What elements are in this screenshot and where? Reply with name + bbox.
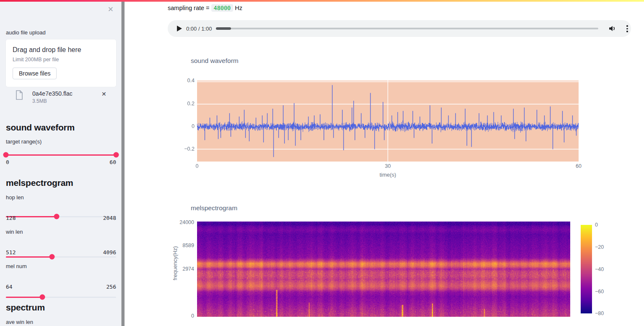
- slider-fill: [6, 154, 116, 156]
- hop-len-minmax: 128 2048: [6, 215, 116, 221]
- colorbar: [581, 225, 592, 313]
- uploader-label: audio file upload: [6, 29, 116, 36]
- target-range-label: target range(s): [6, 138, 116, 145]
- melspec-ytick: 0: [169, 313, 194, 319]
- main-content: sampling rate =48000Hz 0:00 / 1:00 sound…: [125, 0, 644, 326]
- slider-thumb-high[interactable]: [114, 152, 119, 158]
- slider-max: 60: [109, 159, 116, 165]
- section-title-spectrum: spectrum: [6, 303, 116, 313]
- slider-max: 2048: [103, 215, 116, 221]
- sampling-rate-value: 48000: [211, 4, 234, 12]
- player-seek-thumb[interactable]: [216, 27, 231, 30]
- colorbar-tick: −60: [595, 288, 604, 295]
- waveform-ytick: −0.2: [169, 146, 195, 152]
- ave-win-len-label: ave win len: [6, 319, 116, 325]
- colorbar-tick: −80: [595, 310, 604, 317]
- slider-thumb-low[interactable]: [3, 152, 9, 158]
- slider-max: 256: [106, 284, 116, 290]
- waveform-plot: [197, 81, 579, 162]
- target-range-minmax: 0 60: [6, 159, 116, 165]
- slider-min: 128: [6, 215, 16, 221]
- sidebar-close-icon[interactable]: ✕: [108, 5, 114, 14]
- browse-files-button[interactable]: Browse files: [13, 68, 57, 79]
- melspec-ytick: 8589: [169, 242, 194, 249]
- audio-player[interactable]: 0:00 / 1:00: [168, 20, 631, 37]
- sidebar: ✕ audio file upload Drag and drop file h…: [0, 0, 125, 326]
- play-icon[interactable]: [177, 26, 182, 31]
- more-options-icon[interactable]: [623, 25, 631, 32]
- colorbar-tick: 0: [595, 222, 598, 228]
- slider-fill: [6, 297, 42, 298]
- dropzone-title: Drag and drop file here: [13, 46, 109, 54]
- win-len-label: win len: [6, 229, 116, 235]
- hop-len-label: hop len: [6, 194, 116, 201]
- win-len-minmax: 512 4096: [6, 249, 116, 256]
- volume-icon[interactable]: [608, 25, 616, 32]
- colorbar-tick: −40: [595, 266, 604, 273]
- file-uploader-dropzone[interactable]: Drag and drop file here Limit 200MB per …: [6, 39, 116, 87]
- uploaded-file-name: 0a4e7e350.flac: [32, 90, 73, 97]
- melspec-ytick: 2974: [169, 266, 194, 272]
- sampling-rate-line: sampling rate =48000Hz: [168, 5, 242, 11]
- uploaded-file-row: 0a4e7e350.flac 3.5MB ✕: [6, 90, 116, 107]
- file-icon: [15, 90, 23, 100]
- sidebar-scrollbar[interactable]: [121, 0, 125, 326]
- player-time: 0:00 / 1:00: [186, 26, 212, 32]
- melspectrogram-chart-title: melspectrogram: [191, 204, 237, 212]
- target-range-slider[interactable]: [6, 152, 116, 158]
- melspectrogram-plot: [197, 222, 570, 317]
- waveform-xtick: 0: [189, 163, 205, 170]
- waveform-xtick: 60: [570, 163, 587, 170]
- waveform-xaxis-label: time(s): [367, 172, 409, 178]
- slider-fill: [6, 256, 52, 258]
- sampling-rate-unit: Hz: [235, 5, 242, 11]
- remove-file-icon[interactable]: ✕: [101, 91, 106, 97]
- slider-min: 0: [6, 159, 9, 165]
- waveform-chart-title: sound waveform: [191, 57, 239, 65]
- uploaded-file-size: 3.5MB: [32, 98, 47, 104]
- section-title-melspectrogram: melspectrogram: [6, 178, 116, 188]
- waveform-ytick: 0.2: [169, 100, 195, 107]
- melspec-ytick: 24000: [169, 219, 194, 226]
- slider-min: 64: [6, 284, 13, 290]
- player-seekbar[interactable]: [216, 28, 598, 29]
- decoration-bar: [0, 0, 644, 2]
- mel-num-minmax: 64 256: [6, 284, 116, 290]
- colorbar-tick: −20: [595, 244, 604, 250]
- sampling-rate-prefix: sampling rate =: [168, 5, 210, 11]
- slider-min: 512: [6, 249, 16, 256]
- mel-num-label: mel num: [6, 263, 116, 269]
- slider-max: 4096: [103, 249, 116, 256]
- waveform-ytick: 0: [169, 123, 195, 130]
- slider-thumb[interactable]: [39, 295, 45, 300]
- dropzone-limit: Limit 200MB per file: [13, 57, 109, 63]
- mel-num-slider[interactable]: [6, 294, 116, 300]
- waveform-xtick: 30: [379, 163, 396, 170]
- waveform-ytick: 0.4: [169, 77, 195, 84]
- section-title-sound-waveform: sound waveform: [6, 123, 116, 133]
